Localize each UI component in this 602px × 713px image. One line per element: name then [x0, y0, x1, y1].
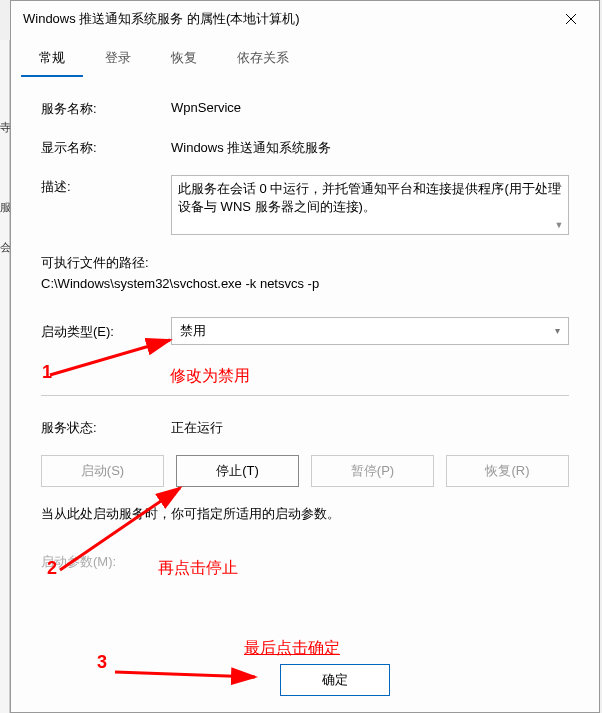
edge-char: 寺	[0, 120, 10, 135]
service-name-label: 服务名称:	[41, 97, 171, 118]
tab-bar: 常规 登录 恢复 依存关系	[11, 41, 599, 77]
display-name-label: 显示名称:	[41, 136, 171, 157]
description-scrollbar[interactable]: ▲ ▼	[552, 178, 566, 232]
description-textarea[interactable]: 此服务在会话 0 中运行，并托管通知平台和连接提供程序(用于处理设备与 WNS …	[171, 175, 569, 235]
service-status-label: 服务状态:	[41, 416, 171, 437]
edge-char: 服	[0, 200, 10, 215]
start-params-note: 当从此处启动服务时，你可指定所适用的启动参数。	[41, 505, 569, 523]
window-title: Windows 推送通知系统服务 的属性(本地计算机)	[23, 10, 300, 28]
description-label: 描述:	[41, 175, 171, 196]
divider	[41, 395, 569, 396]
display-name-value: Windows 推送通知系统服务	[171, 136, 569, 157]
tab-recovery[interactable]: 恢复	[153, 41, 215, 77]
resume-button[interactable]: 恢复(R)	[446, 455, 569, 487]
start-button[interactable]: 启动(S)	[41, 455, 164, 487]
properties-dialog: Windows 推送通知系统服务 的属性(本地计算机) 常规 登录 恢复 依存关…	[10, 0, 600, 713]
description-text: 此服务在会话 0 中运行，并托管通知平台和连接提供程序(用于处理设备与 WNS …	[178, 181, 561, 214]
scroll-up-icon[interactable]: ▲	[552, 178, 566, 191]
tab-content: 服务名称: WpnService 显示名称: Windows 推送通知系统服务 …	[11, 77, 599, 654]
stop-button[interactable]: 停止(T)	[176, 455, 299, 487]
ok-button[interactable]: 确定	[280, 664, 390, 696]
exe-path-value: C:\Windows\system32\svchost.exe -k netsv…	[41, 274, 569, 295]
edge-char: 会	[0, 240, 10, 255]
close-icon	[565, 13, 577, 25]
exe-path-label: 可执行文件的路径:	[41, 253, 569, 274]
chevron-down-icon: ▾	[555, 325, 560, 336]
tab-dependencies[interactable]: 依存关系	[219, 41, 307, 77]
startup-type-dropdown[interactable]: 禁用 ▾	[171, 317, 569, 345]
close-button[interactable]	[551, 4, 591, 34]
startup-type-value: 禁用	[180, 322, 206, 340]
scroll-down-icon[interactable]: ▼	[552, 219, 566, 232]
pause-button[interactable]: 暂停(P)	[311, 455, 434, 487]
tab-general[interactable]: 常规	[21, 41, 83, 77]
service-name-value: WpnService	[171, 97, 569, 115]
tab-logon[interactable]: 登录	[87, 41, 149, 77]
dialog-footer: 确定	[11, 654, 599, 712]
startup-type-label: 启动类型(E):	[41, 320, 171, 341]
start-params-label: 启动参数(M):	[41, 553, 171, 571]
background-window-edge: 寺 服 会	[0, 40, 10, 713]
service-status-value: 正在运行	[171, 416, 569, 437]
titlebar: Windows 推送通知系统服务 的属性(本地计算机)	[11, 1, 599, 37]
